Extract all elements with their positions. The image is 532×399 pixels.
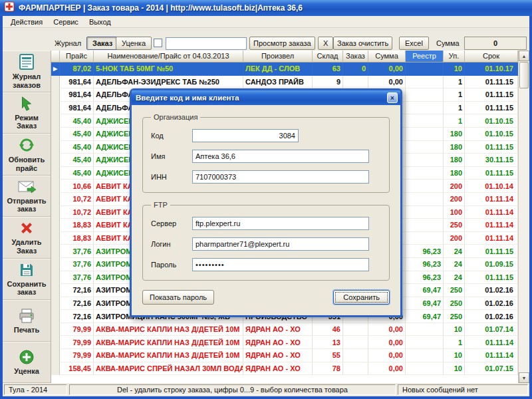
cell-registry: 96,23: [406, 258, 444, 271]
table-row[interactable]: 79,99АКВА-МАРИС КАПЛИ НАЗ Д/ДЕТЕЙ 10МЯДР…: [51, 323, 518, 336]
markdown-button[interactable]: Уценка: [116, 37, 152, 50]
title-bar[interactable]: ФАРМПАРТНЕР | Заказ товара - 2014 | http…: [0, 0, 532, 16]
current-row-marker: ▶: [51, 63, 60, 76]
print-icon: [18, 308, 35, 324]
cell-price: 45,40: [60, 141, 94, 154]
sidebar-button-order-mode[interactable]: Режим Заказ: [3, 92, 51, 134]
sidebar-button-markdown[interactable]: Уценка: [3, 342, 51, 384]
show-password-button[interactable]: Показать пароль: [142, 290, 214, 305]
status-hint: Del - удалить строку заказа, цифры 0...9…: [69, 384, 396, 395]
column-header[interactable]: Прайс: [60, 51, 94, 63]
add-icon: [19, 349, 35, 365]
menu-item-exit[interactable]: Выход: [84, 17, 116, 27]
cell-expiry: 01.11.15: [465, 141, 518, 154]
cell-expiry: 01.11.14: [465, 206, 518, 219]
cell-pack: 180: [444, 128, 465, 141]
cell-pack: 10: [444, 63, 465, 76]
code-input[interactable]: [192, 129, 299, 142]
table-row[interactable]: 981,64АДЕЛЬФАН-ЭЗИДРЕКС ТАБ №250САНДОЗ П…: [51, 76, 518, 89]
clear-search-button[interactable]: X: [318, 37, 333, 50]
table-row[interactable]: 79,99АКВА-МАРИС КАПЛИ НАЗ Д/ДЕТЕЙ 10МЯДР…: [51, 349, 518, 362]
cell-price: 981,64: [60, 102, 94, 115]
row-selector: [51, 349, 60, 362]
sidebar-button-save-order[interactable]: Сохранить заказ: [3, 259, 51, 301]
dialog-title: Введите код и имя клиента: [136, 94, 239, 102]
password-input[interactable]: [192, 258, 369, 271]
table-row[interactable]: 79,99АКВА-МАРИС КАПЛИ НАЗ Д/ДЕТЕЙ 10МЯДР…: [51, 336, 518, 349]
filter-checkbox[interactable]: [154, 39, 162, 47]
cell-expiry: 01.10.15: [465, 128, 518, 141]
table-row[interactable]: 158,45АКВА-МАРИС СПРЕЙ НАЗАЛ 30МЛ ВОДАЯД…: [51, 362, 518, 376]
scroll-up-button[interactable]: ▲: [519, 51, 529, 61]
server-input[interactable]: [192, 217, 369, 230]
sidebar-button-refresh-price[interactable]: Обновить прайс: [3, 134, 51, 176]
cell-price: 37,76: [60, 271, 94, 285]
menu-item-service[interactable]: Сервис: [48, 17, 84, 27]
column-header[interactable]: Заказ: [343, 51, 368, 63]
cell-stock: 9: [313, 76, 343, 89]
vertical-scrollbar[interactable]: ▲ ▼: [518, 51, 529, 383]
column-header[interactable]: [51, 51, 60, 63]
cell-sum: 0,00: [368, 362, 406, 376]
sidebar-button-label: Обновить прайс: [3, 156, 51, 172]
row-selector: [51, 284, 60, 297]
column-header[interactable]: Реестр: [406, 51, 444, 63]
login-input[interactable]: [192, 237, 369, 251]
dialog-close-button[interactable]: ×: [387, 92, 398, 103]
sidebar-button-label: Удалить Заказ: [3, 238, 51, 255]
save-button[interactable]: Сохранить: [333, 290, 390, 305]
view-order-button[interactable]: Просмотр заказа: [249, 37, 315, 50]
status-bar: Тула - 2014 Del - удалить строку заказа,…: [3, 383, 529, 396]
cell-producer: ЯДРАН АО - ХО: [243, 336, 313, 349]
cell-expiry: 01.10.15: [465, 114, 518, 128]
cell-pack: 250: [444, 310, 465, 323]
cell-producer: САНДОЗ ПРАЙВ: [243, 76, 313, 89]
journal-button[interactable]: Журнал: [55, 37, 81, 50]
cell-sum: 0,00: [368, 349, 406, 362]
sidebar-button-journal[interactable]: Журнал заказов: [3, 51, 51, 92]
search-input[interactable]: [166, 37, 247, 50]
cell-expiry: 01.11.15: [465, 245, 518, 258]
sidebar-button-print[interactable]: Печать: [3, 300, 51, 342]
table-row[interactable]: ▶87,025-НОК ТАБ 50МГ №50ЛЕК ДД - СЛОВ630…: [51, 63, 518, 76]
column-header[interactable]: Склад: [313, 51, 343, 63]
menu-item-actions[interactable]: Действия: [5, 17, 48, 27]
cell-registry: [406, 114, 444, 128]
cell-pack: 10: [444, 323, 465, 336]
cell-pack: 24: [444, 271, 465, 285]
cell-expiry: 01.11.15: [465, 76, 518, 89]
cell-registry: [406, 362, 444, 376]
dialog-title-bar[interactable]: Введите код и имя клиента ×: [132, 90, 400, 105]
cell-registry: [406, 323, 444, 336]
row-selector: [51, 310, 60, 323]
cell-price: 37,76: [60, 245, 94, 258]
excel-button[interactable]: Excel: [399, 37, 429, 50]
cell-pack: 250: [444, 284, 465, 297]
cell-expiry: 01.02.16: [465, 297, 518, 311]
scroll-down-button[interactable]: ▼: [519, 372, 529, 383]
column-header[interactable]: Уп.: [444, 51, 465, 63]
save-icon: [19, 262, 35, 278]
sidebar-button-send-order[interactable]: Отправить заказ: [3, 176, 51, 217]
client-name-input[interactable]: [192, 150, 369, 163]
cell-registry: [406, 88, 444, 102]
inn-input[interactable]: [192, 170, 369, 184]
column-header[interactable]: Срок: [465, 51, 518, 63]
sidebar-button-delete-order[interactable]: Удалить Заказ: [3, 217, 51, 259]
cell-expiry: 01.11.14: [465, 193, 518, 206]
order-button[interactable]: Заказ: [86, 37, 118, 50]
cell-pack: 1: [444, 76, 465, 89]
cell-registry: 69,47: [406, 297, 444, 311]
cell-order: [343, 362, 368, 376]
row-selector: [51, 114, 60, 128]
column-header[interactable]: Сумма: [368, 51, 406, 63]
cell-pack: 1: [444, 102, 465, 115]
cell-pack: 100: [444, 206, 465, 219]
cell-price: 79,99: [60, 336, 94, 349]
sidebar-button-label: Печать: [13, 326, 41, 334]
column-header[interactable]: Наименование/Прайс от 04.03.2013: [94, 51, 243, 63]
cell-registry: [406, 128, 444, 141]
scroll-thumb[interactable]: [519, 62, 529, 88]
clear-order-button[interactable]: Заказ очистить: [333, 37, 392, 50]
column-header[interactable]: Произвел: [243, 51, 313, 63]
